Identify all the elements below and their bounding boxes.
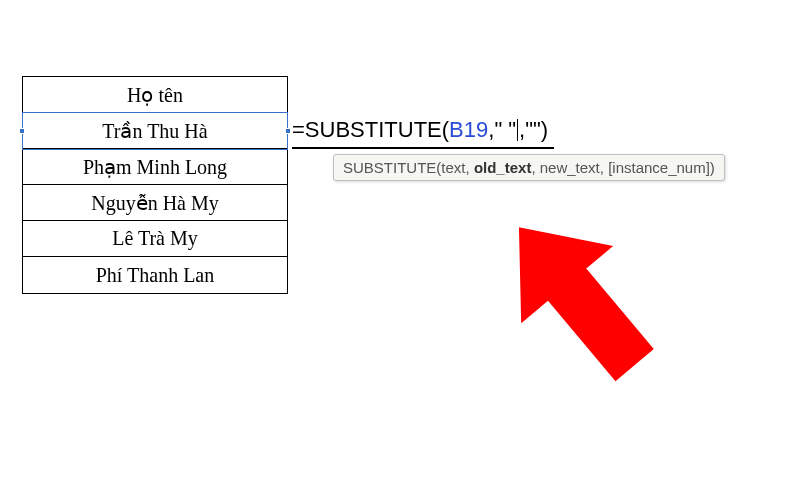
svg-marker-0 xyxy=(480,200,680,400)
selection-handle-icon[interactable] xyxy=(285,128,291,134)
tooltip-param-active: old_text xyxy=(474,159,532,176)
name-table: Họ tên Trần Thu Hà Phạm Minh Long Nguyễn… xyxy=(22,76,288,294)
formula-arg: " " xyxy=(494,117,516,143)
cell-value: Nguyễn Hà My xyxy=(91,191,219,215)
formula-arg: "" xyxy=(525,117,541,143)
table-header-row[interactable]: Họ tên xyxy=(23,77,287,113)
table-row[interactable]: Phí Thanh Lan xyxy=(23,257,287,293)
table-row[interactable]: Nguyễn Hà My xyxy=(23,185,287,221)
formula-close-paren: ) xyxy=(541,117,548,143)
cell-value: Phạm Minh Long xyxy=(83,155,227,179)
selection-handle-icon[interactable] xyxy=(19,128,25,134)
red-arrow-icon xyxy=(480,200,680,400)
formula-input[interactable]: = SUBSTITUTE ( B19 , " " , "" ) xyxy=(292,113,554,149)
table-row[interactable]: Lê Trà My xyxy=(23,221,287,257)
tooltip-sep: , xyxy=(466,159,474,176)
cell-value: Lê Trà My xyxy=(112,227,198,250)
tooltip-sep: , xyxy=(531,159,539,176)
tooltip-param: [instance_num] xyxy=(608,159,710,176)
tooltip-sep: , xyxy=(600,159,608,176)
formula-equals: = xyxy=(292,117,305,143)
cell-value: Phí Thanh Lan xyxy=(96,264,215,287)
cell-value: Trần Thu Hà xyxy=(102,119,207,143)
tooltip-param: new_text xyxy=(540,159,600,176)
text-cursor-icon xyxy=(517,119,518,141)
tooltip-param: text xyxy=(441,159,465,176)
tooltip-close: ) xyxy=(710,159,715,176)
formula-open-paren: ( xyxy=(442,117,449,143)
formula-cell-ref: B19 xyxy=(449,117,488,143)
function-tooltip: SUBSTITUTE(text, old_text, new_text, [in… xyxy=(333,154,725,181)
table-header-label: Họ tên xyxy=(127,83,183,107)
table-row[interactable]: Phạm Minh Long xyxy=(23,149,287,185)
table-row[interactable]: Trần Thu Hà xyxy=(23,113,287,149)
formula-function: SUBSTITUTE xyxy=(305,117,442,143)
tooltip-fn: SUBSTITUTE( xyxy=(343,159,441,176)
